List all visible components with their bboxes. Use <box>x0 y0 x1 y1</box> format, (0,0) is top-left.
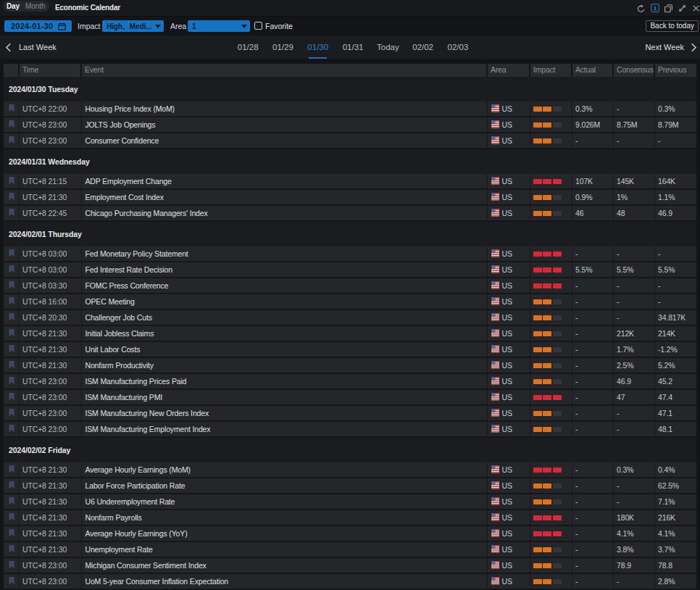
bookmark-icon[interactable] <box>9 545 14 553</box>
event-row[interactable]: UTC+8 03:00 Fed Monetary Policy Statemen… <box>4 246 696 262</box>
area-select-value: 1 <box>192 22 196 30</box>
bookmark-icon[interactable] <box>9 177 14 185</box>
impact-meter <box>533 547 563 552</box>
day-01-31[interactable]: 01/31 <box>336 36 370 59</box>
us-flag-icon <box>491 561 499 569</box>
impact-select[interactable]: High、Medi... <box>102 20 164 32</box>
event-row[interactable]: UTC+8 21:30 Employment Cost Index US <box>4 190 696 206</box>
bookmark-cell <box>4 478 20 493</box>
day-01-30[interactable]: 01/30 <box>301 36 336 59</box>
event-row[interactable]: UTC+8 21:30 Unit Labor Costs US - <box>4 342 696 358</box>
back-to-today-button[interactable]: Back to today <box>646 20 699 32</box>
bookmark-icon[interactable] <box>9 577 14 585</box>
us-flag-icon <box>491 120 499 128</box>
event-row[interactable]: UTC+8 21:30 U6 Underemployment Rate US <box>4 494 696 510</box>
event-row[interactable]: UTC+8 23:00 ISM Manufacturing Employment… <box>4 422 696 438</box>
event-row[interactable]: UTC+8 21:30 Nonfarm Productivity US <box>4 358 696 374</box>
day-02-02[interactable]: 02/02 <box>405 36 440 59</box>
next-week-button[interactable]: Next Week <box>645 36 697 59</box>
impact-meter <box>533 411 563 416</box>
bookmark-icon[interactable] <box>9 281 14 289</box>
event-row[interactable]: UTC+8 23:00 JOLTS Job Openings US 9. <box>4 117 696 133</box>
last-week-button[interactable]: Last Week <box>5 36 57 59</box>
bookmark-icon[interactable] <box>9 377 14 385</box>
event-cell: Nonfarm Productivity <box>82 358 488 373</box>
event-row[interactable]: UTC+8 21:30 Unemployment Rate US - <box>4 542 696 558</box>
event-row[interactable]: UTC+8 23:00 UoM 5-year Consumer Inflatio… <box>4 574 696 590</box>
bookmark-icon[interactable] <box>9 120 14 128</box>
bookmark-icon[interactable] <box>9 329 14 337</box>
previous-cell: 3.7% <box>655 542 696 557</box>
event-row[interactable]: UTC+8 03:30 FOMC Press Conference US <box>4 278 696 294</box>
event-row[interactable]: UTC+8 23:00 Consumer Confidence US - <box>4 133 696 149</box>
bookmark-icon[interactable] <box>9 297 14 305</box>
bookmark-icon[interactable] <box>9 465 14 473</box>
event-row[interactable]: UTC+8 23:00 ISM Manufacturing PMI US <box>4 390 696 406</box>
tab-day[interactable]: Day <box>7 1 20 12</box>
event-row[interactable]: UTC+8 03:00 Fed Interest Rate Decision U… <box>4 262 696 278</box>
event-row[interactable]: UTC+8 23:00 Michigan Consumer Sentiment … <box>4 558 696 574</box>
bookmark-icon[interactable] <box>9 345 14 353</box>
bookmark-icon[interactable] <box>9 513 14 521</box>
event-cell: OPEC Meeting <box>82 294 488 309</box>
event-row[interactable]: UTC+8 23:00 ISM Manufacturing Prices Pai… <box>4 374 696 390</box>
day-label: 02/03 <box>448 43 469 51</box>
day-01-28[interactable]: 01/28 <box>230 36 265 59</box>
event-row[interactable]: UTC+8 23:00 ISM Manufacturing New Orders… <box>4 406 696 422</box>
bookmark-icon[interactable] <box>9 529 14 537</box>
bookmark-icon[interactable] <box>9 136 14 144</box>
day-01-29[interactable]: 01/29 <box>265 36 300 59</box>
bookmark-icon[interactable] <box>9 497 14 505</box>
consensus-cell: - <box>614 310 655 325</box>
date-picker[interactable]: 2024-01-30 <box>4 20 72 32</box>
refresh-icon[interactable] <box>634 0 648 16</box>
bookmark-icon[interactable] <box>9 425 14 433</box>
day-02-03[interactable]: 02/03 <box>441 36 475 59</box>
event-row[interactable]: UTC+8 22:00 Housing Price Index (MoM) US <box>4 101 696 117</box>
col-previous: Previous <box>655 64 696 77</box>
time-cell: UTC+8 23:00 <box>20 117 82 132</box>
bookmark-icon[interactable] <box>9 409 14 417</box>
bookmark-icon[interactable] <box>9 361 14 369</box>
area-select[interactable]: 1 <box>188 20 250 32</box>
bookmark-cell <box>4 526 20 541</box>
event-row[interactable]: UTC+8 21:30 Labor Force Participation Ra… <box>4 478 696 494</box>
event-row[interactable]: UTC+8 21:30 Nonfarm Payrolls US - <box>4 510 696 526</box>
area-cell: US <box>488 358 530 373</box>
event-row[interactable]: UTC+8 21:30 Average Hourly Earnings (MoM… <box>4 462 696 478</box>
bookmark-icon[interactable] <box>9 393 14 401</box>
bookmark-cell <box>4 510 20 525</box>
event-cell: Unit Labor Costs <box>82 342 488 357</box>
bookmark-icon[interactable] <box>9 313 14 321</box>
area-cell: US <box>488 206 530 220</box>
consensus-cell: 212K <box>614 326 655 341</box>
impact-meter <box>533 579 563 584</box>
area-cell: US <box>488 101 530 116</box>
bookmark-cell <box>4 174 20 188</box>
expand-icon[interactable] <box>675 0 689 16</box>
event-row[interactable]: UTC+8 16:00 OPEC Meeting US - - <box>4 294 696 310</box>
bookmark-icon[interactable] <box>9 561 14 569</box>
close-icon[interactable] <box>689 0 700 16</box>
bookmark-icon[interactable] <box>9 104 14 112</box>
event-row[interactable]: UTC+8 21:15 ADP Employment Change US <box>4 174 696 190</box>
us-flag-icon <box>491 409 499 417</box>
single-window-icon[interactable]: 1 <box>648 0 662 16</box>
bookmark-icon[interactable] <box>9 209 14 217</box>
day-today[interactable]: Today <box>370 36 405 59</box>
event-row[interactable]: UTC+8 21:30 Initial Jobless Claims US <box>4 326 696 342</box>
event-cell: ISM Manufacturing PMI <box>82 390 488 404</box>
area-cell: US <box>488 278 530 293</box>
bookmark-icon[interactable] <box>9 481 14 489</box>
event-row[interactable]: UTC+8 22:45 Chicago Purchasing Managers'… <box>4 206 696 222</box>
section-date-label: 2024/01/31 Wednesday <box>9 157 90 166</box>
event-row[interactable]: UTC+8 20:30 Challenger Job Cuts US - <box>4 310 696 326</box>
event-row[interactable]: UTC+8 21:30 Average Hourly Earnings (YoY… <box>4 526 696 542</box>
multi-window-icon[interactable] <box>662 0 675 16</box>
bookmark-icon[interactable] <box>9 193 14 201</box>
favorite-checkbox[interactable] <box>254 22 262 30</box>
bookmark-icon[interactable] <box>9 249 14 257</box>
bookmark-icon[interactable] <box>9 265 14 273</box>
tab-month[interactable]: Month <box>25 1 45 12</box>
consensus-cell: 78.9 <box>614 558 655 573</box>
